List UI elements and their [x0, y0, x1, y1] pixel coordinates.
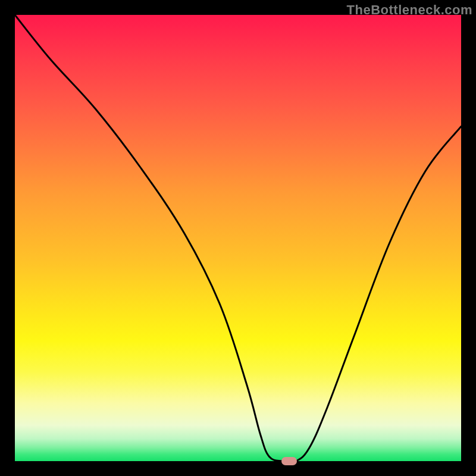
plot-area [15, 15, 461, 461]
watermark-label: TheBottleneck.com [347, 2, 472, 18]
bottleneck-curve [15, 15, 461, 461]
curve-layer [15, 15, 461, 461]
chart-frame: TheBottleneck.com [0, 0, 476, 476]
optimal-marker [281, 457, 297, 465]
